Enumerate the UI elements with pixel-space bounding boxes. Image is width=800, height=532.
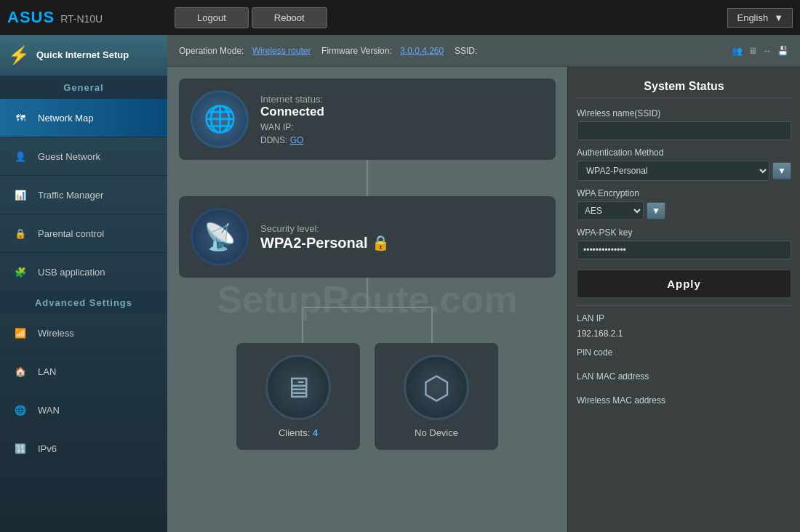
wan-ip-line: WAN IP:: [260, 122, 324, 132]
sidebar-label-wan: WAN: [38, 405, 60, 416]
sidebar-label-usb-application: USB application: [38, 267, 105, 278]
top-bar: ASUS RT-N10U Logout Reboot English ▼: [0, 0, 800, 35]
network-map-area: SetupRoute.com 🌐 Internet status: Connec…: [167, 67, 567, 532]
clients-icon: 🖥: [265, 355, 331, 420]
monitor-icon: 🖥: [748, 46, 757, 56]
content-area: Operation Mode: Wireless router Firmware…: [167, 35, 800, 532]
internet-status-value: Connected: [260, 105, 324, 119]
ipv6-icon: 🔢: [10, 438, 31, 459]
wireless-icon: 📶: [10, 323, 31, 343]
wpa-psk-label: WPA-PSK key: [577, 227, 791, 238]
sidebar-label-guest-network: Guest Network: [38, 151, 100, 162]
bottom-cards: 🖥 Clients: 4 ⬡ No Device: [179, 343, 556, 450]
security-label: Security level:: [260, 223, 390, 234]
router-card: 📡 Security level: WPA2-Personal 🔒: [179, 196, 556, 278]
clients-label: Clients: 4: [279, 427, 318, 438]
connector-vertical-1: [367, 160, 368, 196]
wireless-name-label: Wireless name(SSID): [577, 108, 791, 118]
connector-h-bar: [302, 307, 433, 308]
connector-v-left: [302, 307, 303, 343]
quick-setup-label: Quick Internet Setup: [36, 49, 129, 62]
apply-button[interactable]: Apply: [577, 270, 791, 298]
reboot-button[interactable]: Reboot: [252, 7, 327, 28]
usb-label: No Device: [415, 427, 458, 438]
arrow-icon: ↔: [763, 46, 772, 56]
general-section-label: General: [0, 76, 167, 99]
router-icon: 📡: [191, 208, 249, 266]
header-icons: 👥 🖥 ↔ 💾: [732, 46, 788, 56]
sidebar-item-network-map[interactable]: 🗺 Network Map: [0, 99, 167, 137]
pin-code-value: [577, 360, 791, 366]
users-icon: 👥: [732, 46, 743, 56]
operation-mode-label: Operation Mode:: [179, 46, 244, 56]
sidebar-label-lan: LAN: [38, 366, 56, 377]
content-body: SetupRoute.com 🌐 Internet status: Connec…: [167, 67, 800, 532]
clients-card: 🖥 Clients: 4: [236, 343, 360, 450]
ssid-label: SSID:: [455, 46, 477, 56]
lan-ip-label: LAN IP: [577, 313, 791, 323]
wan-icon: 🌐: [10, 400, 31, 420]
sidebar-item-lan[interactable]: 🏠 LAN: [0, 352, 167, 391]
parental-control-icon: 🔒: [10, 223, 31, 243]
sidebar-label-wireless: Wireless: [38, 328, 74, 339]
usb-card: ⬡ No Device: [375, 343, 498, 450]
auth-method-select[interactable]: WPA2-Personal WPA-Personal WPA2-Enterpri…: [577, 161, 769, 181]
language-selector[interactable]: English ▼: [727, 8, 793, 28]
sidebar-item-wan[interactable]: 🌐 WAN: [0, 391, 167, 430]
lan-mac-row: LAN MAC address: [577, 371, 791, 390]
sidebar-item-wireless[interactable]: 📶 Wireless: [0, 314, 167, 352]
wpa-psk-input[interactable]: [577, 241, 791, 259]
logo-model: RT-N10U: [60, 13, 103, 25]
network-map-icon: 🗺: [10, 108, 31, 128]
internet-info: Internet status: Connected WAN IP: DDNS:…: [260, 94, 324, 145]
sidebar-item-guest-network[interactable]: 👤 Guest Network: [0, 137, 167, 176]
sidebar-item-traffic-manager[interactable]: 📊 Traffic Manager: [0, 176, 167, 214]
sidebar-item-ipv6[interactable]: 🔢 IPv6: [0, 430, 167, 468]
connector-v-top: [367, 278, 368, 307]
system-status-panel: System Status Wireless name(SSID) Authen…: [567, 67, 800, 532]
logo-area: ASUS RT-N10U: [0, 0, 167, 35]
security-value: WPA2-Personal 🔒: [260, 234, 390, 251]
sidebar-item-parental-control[interactable]: 🔒 Parental control: [0, 214, 167, 253]
sidebar-label-traffic-manager: Traffic Manager: [38, 190, 103, 201]
quick-setup-icon: ⚡: [9, 45, 29, 65]
guest-network-icon: 👤: [10, 146, 31, 166]
ddns-link[interactable]: GO: [290, 135, 304, 145]
lan-icon: 🏠: [10, 361, 31, 382]
pin-code-row: PIN code: [577, 347, 791, 366]
router-info: Security level: WPA2-Personal 🔒: [260, 223, 390, 251]
language-label: English: [737, 12, 768, 23]
lan-ip-value: 192.168.2.1: [577, 326, 791, 342]
firmware-label: Firmware Version:: [321, 46, 392, 56]
quick-setup-button[interactable]: ⚡ Quick Internet Setup: [0, 35, 167, 76]
wpa-encryption-dropdown-btn[interactable]: ▼: [647, 202, 665, 219]
sidebar-label-ipv6: IPv6: [38, 443, 57, 454]
connector-v-right: [431, 307, 433, 343]
wpa-encryption-select[interactable]: AES TKIP AES+TKIP: [577, 201, 644, 220]
wireless-name-input[interactable]: [577, 121, 791, 140]
sidebar-label-parental-control: Parental control: [38, 228, 104, 239]
top-buttons: Logout Reboot: [167, 7, 727, 28]
firmware-value[interactable]: 3.0.0.4.260: [400, 46, 444, 56]
lan-ip-row: LAN IP 192.168.2.1: [577, 313, 791, 342]
auth-method-label: Authentication Method: [577, 148, 791, 158]
lan-mac-label: LAN MAC address: [577, 371, 791, 382]
ddns-line: DDNS: GO: [260, 135, 324, 145]
internet-card: 🌐 Internet status: Connected WAN IP: DDN…: [179, 78, 556, 160]
system-status-title: System Status: [577, 76, 791, 98]
tree-connectors: [179, 278, 556, 343]
content-header: Operation Mode: Wireless router Firmware…: [167, 35, 800, 67]
internet-status-label: Internet status:: [260, 94, 324, 105]
logo-text: ASUS: [7, 8, 55, 27]
clients-count: 4: [313, 427, 318, 438]
auth-method-row: WPA2-Personal WPA-Personal WPA2-Enterpri…: [577, 161, 791, 181]
wpa-encryption-label: WPA Encryption: [577, 188, 791, 198]
operation-mode-value[interactable]: Wireless router: [252, 46, 311, 56]
logout-button[interactable]: Logout: [175, 7, 249, 28]
wpa-encryption-row: AES TKIP AES+TKIP ▼: [577, 201, 791, 220]
internet-icon: 🌐: [191, 90, 249, 148]
auth-method-dropdown-btn[interactable]: ▼: [772, 162, 791, 180]
sidebar-item-usb-application[interactable]: 🧩 USB application: [0, 253, 167, 291]
wireless-mac-row: Wireless MAC address: [577, 395, 791, 414]
divider-1: [577, 305, 791, 306]
